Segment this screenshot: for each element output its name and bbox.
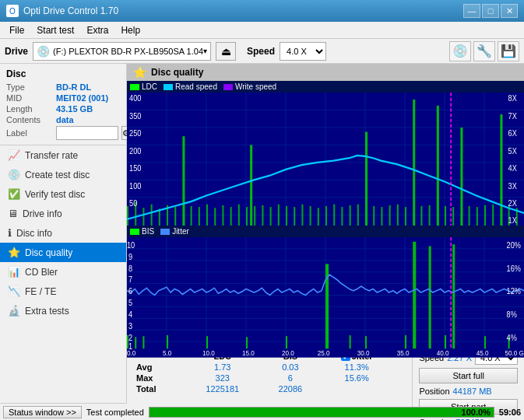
svg-text:25.0: 25.0 [318,349,330,358]
svg-rect-129 [484,336,486,348]
svg-rect-20 [151,205,153,228]
menu-file[interactable]: File [3,23,30,37]
svg-text:7X: 7X [508,111,518,121]
svg-text:16%: 16% [507,264,522,273]
avg-ldc: 1.73 [184,362,261,373]
svg-rect-128 [452,244,455,348]
svg-text:150: 150 [129,164,141,173]
svg-rect-62 [477,207,478,228]
mid-value: MEIT02 (001) [56,93,108,103]
drive-bar: Drive 💿 (F:) PLEXTOR BD-R PX-LB950SA 1.0… [0,39,524,64]
label-label: Label [6,128,53,138]
drive-select-value: (F:) PLEXTOR BD-R PX-LB950SA 1.04 [53,47,203,56]
svg-text:45.0: 45.0 [477,349,489,358]
sidebar-item-extra-tests[interactable]: 🔬 Extra tests [0,301,126,320]
content-header-icon: ⭐ [133,66,146,79]
drive-dropdown-arrow: ▾ [203,47,207,55]
menu-help[interactable]: Help [114,23,146,37]
svg-rect-119 [246,338,248,349]
svg-rect-31 [238,205,240,228]
menu-extra[interactable]: Extra [80,23,114,37]
status-time: 59:06 [499,408,521,417]
svg-text:20.0: 20.0 [282,349,294,358]
sidebar-item-create-test-disc[interactable]: 💿 Create test disc [0,165,126,184]
verify-test-disc-icon: ✅ [8,188,20,200]
svg-rect-63 [484,205,486,228]
minimize-button[interactable]: — [463,4,480,18]
bottom-chart: BIS Jitter [127,226,524,347]
svg-text:3: 3 [128,322,132,331]
svg-text:35.0: 35.0 [397,349,410,358]
disc-section: Disc Type BD-R DL MID MEIT02 (001) Lengt… [0,64,126,145]
charts-container: LDC Read speed Write speed [127,81,524,347]
sidebar-item-disc-info[interactable]: ℹ Disc info [0,223,126,243]
drive-select[interactable]: 💿 (F:) PLEXTOR BD-R PX-LB950SA 1.04 ▾ [33,42,211,61]
svg-rect-50 [381,207,382,228]
svg-text:250: 250 [129,129,141,138]
extra-tests-label: Extra tests [25,306,69,317]
toolbar-settings-icon[interactable]: 🔧 [473,41,495,61]
svg-text:350: 350 [129,111,141,121]
sidebar-item-verify-test-disc[interactable]: ✅ Verify test disc [0,184,126,204]
max-label: Max [133,373,184,383]
svg-text:400: 400 [129,94,141,103]
extra-tests-icon: 🔬 [8,305,20,317]
contents-label: Contents [6,115,53,124]
eject-button[interactable]: ⏏ [216,42,236,61]
svg-rect-40 [301,205,303,228]
disc-quality-icon: ⭐ [8,247,20,258]
svg-text:4X: 4X [508,164,518,173]
svg-text:2X: 2X [508,199,518,208]
toolbar-disc-icon[interactable]: 💿 [449,41,471,61]
cd-bler-label: CD Bler [25,267,58,278]
menu-start-test[interactable]: Start test [30,23,80,37]
window-title: Opti Drive Control 1.70 [23,5,118,16]
fe-te-label: FE / TE [25,286,56,297]
sidebar-item-disc-quality[interactable]: ⭐ Disc quality [0,243,126,262]
maximize-button[interactable]: □ [482,4,499,18]
sidebar-item-transfer-rate[interactable]: 📈 Transfer rate [0,145,126,165]
sidebar-item-fe-te[interactable]: 📉 FE / TE [0,282,126,301]
svg-rect-36 [270,207,272,228]
speed-select[interactable]: 4.0 X 2.0 X 8.0 X [280,42,326,61]
status-window-button[interactable]: Status window >> [3,406,82,418]
contents-value: data [56,115,74,124]
write-speed-legend-label: Write speed [235,82,276,91]
svg-rect-115 [135,338,136,349]
position-label: Position [419,387,449,396]
start-full-button[interactable]: Start full [419,368,518,383]
sidebar-item-drive-info[interactable]: 🖥 Drive info [0,204,126,223]
read-speed-legend-color [164,84,173,90]
svg-text:8%: 8% [507,310,518,320]
svg-text:0.0: 0.0 [127,349,135,358]
fe-te-icon: 📉 [8,285,20,297]
svg-rect-27 [206,205,208,228]
title-bar: O Opti Drive Control 1.70 — □ ✕ [0,0,524,22]
svg-text:20%: 20% [507,241,522,250]
toolbar-save-icon[interactable]: 💾 [498,41,519,61]
svg-rect-38 [286,206,287,228]
total-bis: 22086 [261,383,319,394]
svg-text:12%: 12% [507,287,522,296]
svg-rect-123 [365,336,367,348]
jitter-legend-label: Jitter [172,227,189,236]
svg-rect-37 [278,205,280,228]
svg-rect-30 [230,207,232,228]
svg-rect-35 [262,205,263,228]
label-input[interactable] [56,126,118,140]
sidebar-item-cd-bler[interactable]: 📊 CD Bler [0,262,126,282]
svg-rect-125 [413,242,416,349]
svg-rect-28 [214,208,216,228]
length-value: 43.15 GB [56,104,93,114]
svg-rect-53 [405,207,406,228]
svg-text:1X: 1X [508,216,518,226]
close-button[interactable]: ✕ [501,4,518,18]
avg-jitter: 11.3% [319,362,393,373]
total-ldc: 1225181 [184,383,261,394]
drive-info-icon: 🖥 [8,208,18,219]
svg-rect-23 [174,207,176,228]
svg-rect-26 [199,207,200,228]
position-row: Position 44187 MB [419,387,518,396]
svg-rect-117 [167,335,168,348]
svg-rect-49 [373,206,375,228]
